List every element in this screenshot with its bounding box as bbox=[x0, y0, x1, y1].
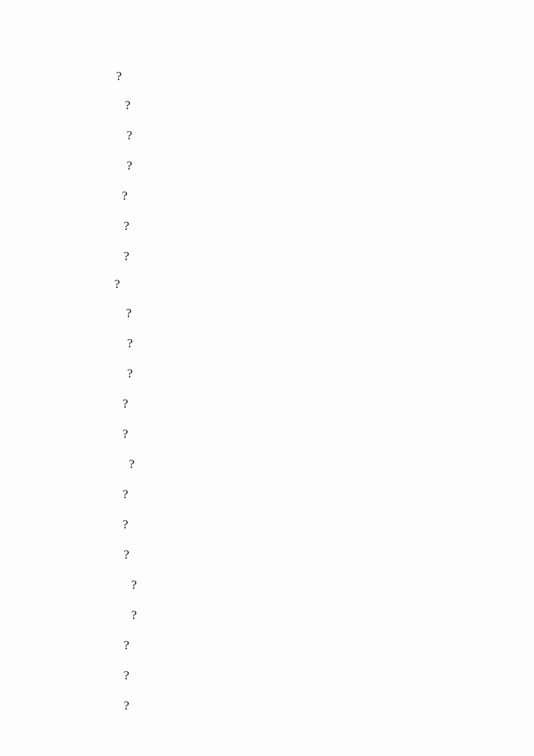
question-mark: ? bbox=[122, 427, 128, 440]
question-mark: ? bbox=[126, 307, 132, 319]
question-mark: ? bbox=[124, 219, 129, 232]
question-mark: ? bbox=[124, 639, 129, 651]
question-mark: ? bbox=[127, 367, 133, 380]
question-mark: ? bbox=[131, 609, 137, 621]
question-mark: ? bbox=[122, 518, 128, 531]
question-mark: ? bbox=[127, 337, 133, 350]
question-mark: ? bbox=[122, 189, 128, 202]
question-mark: ? bbox=[114, 278, 120, 290]
question-mark: ? bbox=[124, 699, 129, 712]
question-mark: ? bbox=[129, 458, 135, 470]
question-mark: ? bbox=[124, 669, 129, 682]
question-mark: ? bbox=[124, 548, 129, 561]
page-container: ?????????????????????? bbox=[0, 0, 534, 756]
question-mark: ? bbox=[125, 99, 131, 111]
question-mark: ? bbox=[124, 250, 129, 262]
question-mark: ? bbox=[122, 488, 128, 501]
question-mark: ? bbox=[127, 129, 132, 142]
question-mark: ? bbox=[122, 397, 128, 410]
question-mark: ? bbox=[127, 159, 132, 172]
question-mark: ? bbox=[131, 578, 137, 591]
question-mark: ? bbox=[116, 70, 122, 82]
